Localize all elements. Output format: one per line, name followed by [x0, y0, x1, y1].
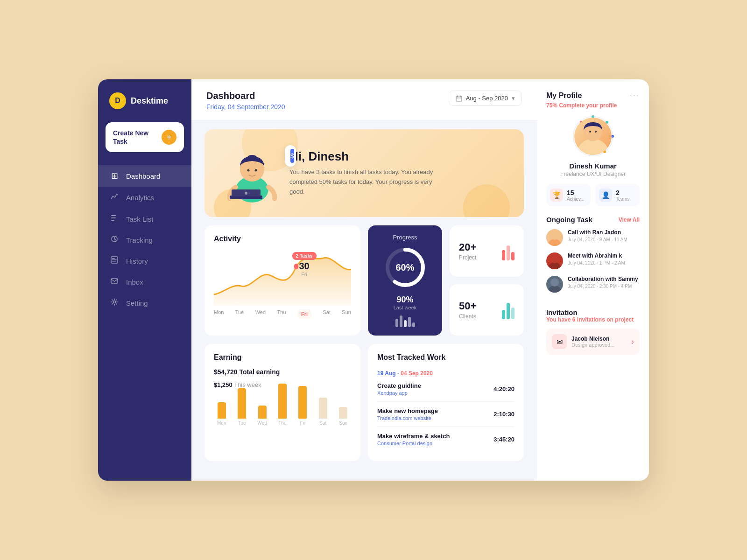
- tracked-time-2: 2:10:30: [493, 411, 514, 418]
- profile-title: My Profile: [546, 91, 582, 100]
- tracked-project-2: Tradeindia.com website: [377, 415, 438, 421]
- project-bar-3: [511, 252, 514, 260]
- svg-point-34: [595, 131, 597, 133]
- svg-rect-0: [111, 215, 116, 216]
- page-title: Dashboard: [206, 91, 285, 101]
- teams-number: 2: [616, 189, 629, 196]
- profile-role: Freelance UX/UI Designer: [546, 171, 640, 177]
- bar-col-thu: [278, 384, 287, 419]
- svg-rect-5: [112, 258, 115, 259]
- activity-card: Activity: [204, 225, 360, 336]
- more-options-button[interactable]: ···: [630, 91, 640, 100]
- bar-day-wed: Wed: [257, 420, 267, 426]
- date-filter-button[interactable]: Aug - Sep 2020 ▾: [449, 91, 522, 106]
- progress-percent: 60%: [395, 262, 414, 273]
- achievements-label: Achiev...: [567, 196, 585, 202]
- task-item-2: Meet with Abrahim k July 04, 2020 · 1 PM…: [546, 252, 640, 269]
- project-stat-info: 20+ Project: [459, 241, 476, 261]
- tracked-name-3: Make wireframe & sketch: [377, 433, 450, 440]
- svg-point-33: [589, 131, 591, 133]
- tracked-item-3: Make wireframe & sketch Consumer Portal …: [377, 427, 514, 452]
- chevron-down-icon: ▾: [512, 95, 515, 102]
- activity-chart: 2 Tasks 30 Fri: [214, 250, 351, 306]
- invitation-card[interactable]: ✉ Jacob Nielson Design approved... ›: [546, 329, 640, 355]
- inbox-icon: [109, 277, 120, 287]
- earning-bar-chart: Mon Tue Wed Thu: [214, 392, 351, 429]
- sidebar-item-setting[interactable]: Setting: [98, 293, 191, 314]
- activity-title: Activity: [214, 235, 351, 243]
- sidebar-item-history[interactable]: History: [98, 251, 191, 272]
- sidebar-item-tracking[interactable]: Tracking: [98, 230, 191, 251]
- tracked-card: Most Tracked Work 19 Aug - 04 Sep 2020 C…: [368, 344, 524, 461]
- mini-bar-3: [404, 320, 407, 327]
- sidebar-item-analytics[interactable]: Analytics: [98, 187, 191, 209]
- task-name-2: Meet with Abrahim k: [568, 252, 625, 259]
- bar-day-sun: Sun: [339, 420, 347, 426]
- tracked-project-1: Xendpay app: [377, 390, 421, 396]
- svg-point-38: [550, 255, 559, 263]
- tracked-info-3: Make wireframe & sketch Consumer Portal …: [377, 433, 450, 446]
- earning-title: Earning: [214, 353, 351, 362]
- invitation-description: You have 6 invitations on project: [546, 316, 640, 323]
- teams-label: Teams: [616, 196, 629, 202]
- teams-info: 2 Teams: [616, 189, 629, 202]
- achievements-number: 15: [567, 189, 585, 196]
- ongoing-tasks: Ongoing Task View All Call with Ran Jado…: [546, 216, 640, 299]
- bar-col-sat: [319, 398, 327, 419]
- sidebar-item-task-list[interactable]: Task List: [98, 209, 191, 230]
- profile-name: Dinesh Kumar: [546, 162, 640, 170]
- setting-icon: [109, 298, 120, 308]
- middle-row: Activity: [204, 225, 524, 336]
- view-all-button[interactable]: View All: [619, 217, 640, 223]
- task-name-3: Collaboration with Sammy: [568, 276, 638, 282]
- create-task-plus-icon: +: [162, 130, 176, 145]
- bar-day-fri: Fri: [300, 420, 306, 426]
- task-avatar-2: [546, 252, 563, 269]
- clients-stat-label: Clients: [459, 313, 476, 320]
- banner-description: You have 3 tasks to finish all tasks tod…: [289, 168, 439, 196]
- history-icon: [109, 256, 120, 266]
- progress-secondary-percent: 90%: [394, 295, 417, 305]
- invitation-title: Invitation: [546, 308, 640, 316]
- bar-group-tue: Tue: [234, 388, 249, 426]
- task-avatar-3: [546, 276, 563, 293]
- sidebar-item-inbox[interactable]: Inbox: [98, 272, 191, 293]
- teams-stat: 👤 2 Teams: [595, 184, 640, 206]
- sidebar-nav: ⊞ Dashboard Analytics Task List Trackin: [98, 165, 191, 314]
- mini-bar-5: [412, 322, 415, 327]
- task-info-3: Collaboration with Sammy July 04, 2020 ·…: [568, 276, 638, 293]
- invitation-desc: Design approved...: [571, 342, 627, 348]
- achievements-info: 15 Achiev...: [567, 189, 585, 202]
- clients-stat-bars: [502, 301, 514, 319]
- ongoing-tasks-title: Ongoing Task: [546, 216, 592, 224]
- task-time-1: July 04, 2020 · 9 AM - 11 AM: [568, 237, 627, 242]
- activity-chart-svg: [214, 250, 351, 306]
- profile-header: My Profile ···: [546, 91, 640, 100]
- clients-stat-info: 50+ Clients: [459, 300, 476, 320]
- create-task-label: Create New Task: [113, 129, 162, 146]
- banner-floating-card: $: [285, 145, 296, 167]
- sidebar-item-dashboard[interactable]: ⊞ Dashboard: [98, 165, 191, 187]
- chart-label-mon: Mon: [214, 309, 224, 319]
- task-info-2: Meet with Abrahim k July 04, 2020 · 1 PM…: [568, 252, 625, 269]
- sidebar-item-label-dashboard: Dashboard: [126, 172, 160, 180]
- profile-stats: 🏆 15 Achiev... 👤 2 Teams: [546, 184, 640, 206]
- invitation-info: Jacob Nielson Design approved...: [571, 336, 627, 348]
- svg-rect-7: [112, 261, 116, 262]
- date-filter-label: Aug - Sep 2020: [466, 95, 508, 102]
- main-header: Dashboard Friday, 04 September 2020 Aug …: [191, 79, 537, 120]
- project-stat-card: 20+ Project: [450, 225, 524, 277]
- task-info-1: Call with Ran Jadon July 04, 2020 · 9 AM…: [568, 229, 627, 246]
- tracked-title: Most Tracked Work: [377, 353, 445, 362]
- calendar-icon: [456, 95, 462, 102]
- mini-bar-1: [395, 319, 398, 327]
- create-task-button[interactable]: Create New Task +: [106, 122, 184, 152]
- svg-point-37: [548, 262, 562, 269]
- banner-greeting: Hi, Dinesh: [289, 149, 509, 164]
- chart-label-fri: Fri: [297, 309, 311, 319]
- app-container: D Desktime Create New Task + ⊞ Dashboard…: [98, 79, 649, 481]
- header-date: Friday, 04 September 2020: [206, 103, 285, 111]
- earning-card: Earning $54,720 Total earning $1,250 Thi…: [204, 344, 360, 461]
- chart-label-sun: Sun: [342, 309, 351, 319]
- task-time-2: July 04, 2020 · 1 PM - 2 AM: [568, 260, 625, 266]
